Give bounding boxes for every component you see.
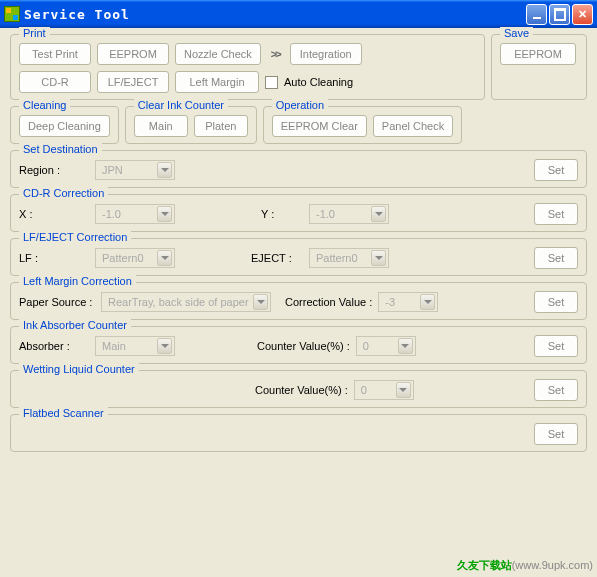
clear-ink-main-button[interactable]: Main: [134, 115, 188, 137]
watermark-url: (www.9upk.com): [512, 559, 593, 571]
cleaning-group: Cleaning Deep Cleaning: [10, 106, 119, 144]
chevron-down-icon: [371, 250, 386, 266]
left-margin-set-button[interactable]: Set: [534, 291, 578, 313]
correction-value-combo[interactable]: -3: [378, 292, 438, 312]
lf-combo[interactable]: Pattern0: [95, 248, 175, 268]
chevron-down-icon: [157, 338, 172, 354]
wetting-counter-label: Counter Value(%) :: [255, 384, 348, 396]
cdr-button[interactable]: CD-R: [19, 71, 91, 93]
clear-ink-group: Clear Ink Counter Main Platen: [125, 106, 257, 144]
close-button[interactable]: [572, 4, 593, 25]
set-destination-legend: Set Destination: [19, 143, 102, 155]
chevron-down-icon: [253, 294, 268, 310]
integration-button[interactable]: Integration: [290, 43, 362, 65]
flatbed-scanner-legend: Flatbed Scanner: [19, 407, 108, 419]
cdr-y-value: -1.0: [316, 208, 335, 220]
ink-absorber-group: Ink Absorber Counter Absorber : Main Cou…: [10, 326, 587, 364]
flatbed-scanner-group: Flatbed Scanner Set: [10, 414, 587, 452]
clear-ink-platen-button[interactable]: Platen: [194, 115, 248, 137]
absorber-value: Main: [102, 340, 126, 352]
eject-combo[interactable]: Pattern0: [309, 248, 389, 268]
region-value: JPN: [102, 164, 123, 176]
wetting-counter-combo[interactable]: 0: [354, 380, 414, 400]
nozzle-check-button[interactable]: Nozzle Check: [175, 43, 261, 65]
lf-eject-set-button[interactable]: Set: [534, 247, 578, 269]
ink-absorber-set-button[interactable]: Set: [534, 335, 578, 357]
chevron-down-icon: [157, 162, 172, 178]
panel-check-button[interactable]: Panel Check: [373, 115, 453, 137]
print-legend: Print: [19, 27, 50, 39]
deep-cleaning-button[interactable]: Deep Cleaning: [19, 115, 110, 137]
paper-source-value: RearTray, back side of paper: [108, 296, 249, 308]
wetting-liquid-group: Wetting Liquid Counter Counter Value(%) …: [10, 370, 587, 408]
chevron-down-icon: [420, 294, 435, 310]
operation-legend: Operation: [272, 99, 328, 111]
ink-counter-label: Counter Value(%) :: [257, 340, 350, 352]
region-label: Region :: [19, 164, 89, 176]
cdr-correction-legend: CD-R Correction: [19, 187, 108, 199]
left-margin-button[interactable]: Left Margin: [175, 71, 259, 93]
wetting-counter-value: 0: [361, 384, 367, 396]
cdr-correction-group: CD-R Correction X : -1.0 Y : -1.0 Set: [10, 194, 587, 232]
cdr-set-button[interactable]: Set: [534, 203, 578, 225]
app-icon: [4, 6, 20, 22]
cdr-y-label: Y :: [261, 208, 303, 220]
lf-value: Pattern0: [102, 252, 144, 264]
set-destination-group: Set Destination Region : JPN Set: [10, 150, 587, 188]
save-group: Save EEPROM: [491, 34, 587, 100]
operation-group: Operation EEPROM Clear Panel Check: [263, 106, 462, 144]
wetting-liquid-legend: Wetting Liquid Counter: [19, 363, 139, 375]
auto-cleaning-label: Auto Cleaning: [284, 76, 353, 88]
absorber-label: Absorber :: [19, 340, 89, 352]
ink-counter-value: 0: [363, 340, 369, 352]
arrows-icon: >>: [267, 48, 284, 60]
minimize-button[interactable]: [526, 4, 547, 25]
cleaning-legend: Cleaning: [19, 99, 70, 111]
paper-source-combo[interactable]: RearTray, back side of paper: [101, 292, 271, 312]
window-title: Service Tool: [24, 7, 130, 22]
set-destination-set-button[interactable]: Set: [534, 159, 578, 181]
save-legend: Save: [500, 27, 533, 39]
auto-cleaning-checkbox[interactable]: [265, 76, 278, 89]
save-eeprom-button[interactable]: EEPROM: [500, 43, 576, 65]
lf-eject-correction-group: LF/EJECT Correction LF : Pattern0 EJECT …: [10, 238, 587, 276]
cdr-y-combo[interactable]: -1.0: [309, 204, 389, 224]
cdr-x-combo[interactable]: -1.0: [95, 204, 175, 224]
test-print-button[interactable]: Test Print: [19, 43, 91, 65]
region-combo[interactable]: JPN: [95, 160, 175, 180]
watermark-site: 久友下载站: [457, 559, 512, 571]
absorber-combo[interactable]: Main: [95, 336, 175, 356]
left-margin-correction-group: Left Margin Correction Paper Source : Re…: [10, 282, 587, 320]
lf-label: LF :: [19, 252, 89, 264]
ink-counter-combo[interactable]: 0: [356, 336, 416, 356]
lf-eject-correction-legend: LF/EJECT Correction: [19, 231, 131, 243]
chevron-down-icon: [398, 338, 413, 354]
eject-label: EJECT :: [251, 252, 303, 264]
chevron-down-icon: [371, 206, 386, 222]
eeprom-print-button[interactable]: EEPROM: [97, 43, 169, 65]
clear-ink-legend: Clear Ink Counter: [134, 99, 228, 111]
eeprom-clear-button[interactable]: EEPROM Clear: [272, 115, 367, 137]
correction-value: -3: [385, 296, 395, 308]
chevron-down-icon: [157, 206, 172, 222]
correction-value-label: Correction Value :: [285, 296, 372, 308]
window-controls: [526, 4, 593, 25]
chevron-down-icon: [396, 382, 411, 398]
flatbed-set-button[interactable]: Set: [534, 423, 578, 445]
client-area: Print Test Print EEPROM Nozzle Check >> …: [0, 28, 597, 577]
chevron-down-icon: [157, 250, 172, 266]
wetting-set-button[interactable]: Set: [534, 379, 578, 401]
print-group: Print Test Print EEPROM Nozzle Check >> …: [10, 34, 485, 100]
cdr-x-value: -1.0: [102, 208, 121, 220]
lf-eject-button[interactable]: LF/EJECT: [97, 71, 169, 93]
ink-absorber-legend: Ink Absorber Counter: [19, 319, 131, 331]
paper-source-label: Paper Source :: [19, 296, 95, 308]
cdr-x-label: X :: [19, 208, 89, 220]
title-bar: Service Tool: [0, 0, 597, 28]
maximize-button[interactable]: [549, 4, 570, 25]
eject-value: Pattern0: [316, 252, 358, 264]
watermark: 久友下载站(www.9upk.com): [457, 558, 593, 573]
left-margin-correction-legend: Left Margin Correction: [19, 275, 136, 287]
